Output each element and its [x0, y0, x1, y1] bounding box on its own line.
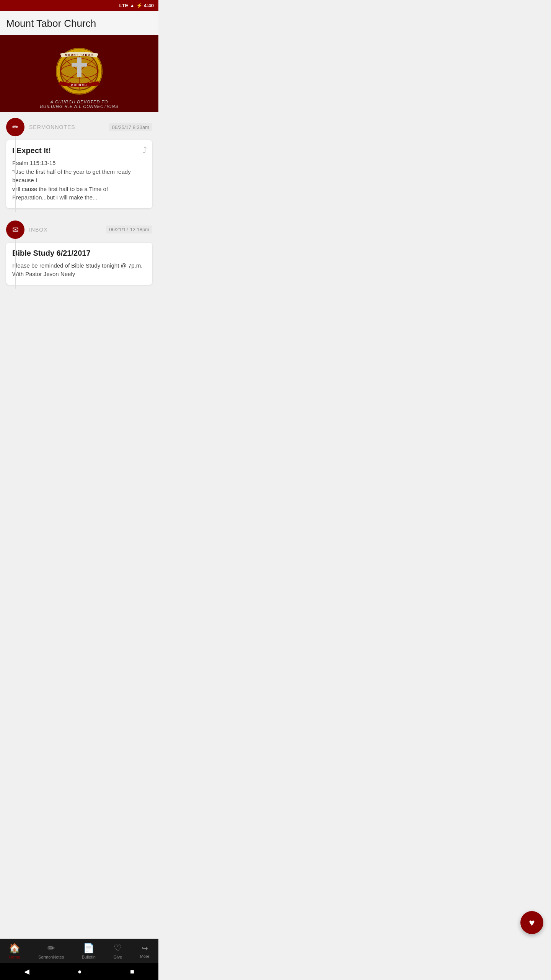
- church-logo: MOUNT TABOR CHURCH: [52, 44, 106, 98]
- feed-container: ✏ SERMONNOTES 06/25/17 8:33am I Expect I…: [0, 112, 158, 337]
- inbox-card[interactable]: Bible Study 6/21/2017 Please be reminded…: [6, 243, 152, 285]
- banner-tagline2: Building R.E.A.L Connections: [40, 104, 118, 109]
- svg-rect-9: [72, 63, 87, 67]
- status-icons: LTE ▲ ⚡ 4:40: [119, 3, 154, 8]
- inbox-label: INBOX: [29, 227, 48, 233]
- inbox-icon: ✉: [6, 220, 24, 239]
- share-icon[interactable]: ⤴: [143, 145, 147, 155]
- clock: 4:40: [144, 3, 154, 8]
- page-title: Mount Tabor Church: [6, 18, 152, 29]
- feed-item-inbox: ✉ INBOX 06/21/17 12:18pm Bible Study 6/2…: [0, 214, 158, 285]
- status-bar: LTE ▲ ⚡ 4:40: [0, 0, 158, 11]
- sermon-timestamp: 06/25/17 8:33am: [109, 123, 152, 131]
- svg-text:CHURCH: CHURCH: [71, 84, 87, 87]
- sermon-label: SERMONNOTES: [29, 124, 75, 130]
- church-banner: MOUNT TABOR CHURCH A Church Devoted To B…: [0, 35, 158, 112]
- inbox-card-body: Please be reminded of Bible Study tonigh…: [12, 261, 146, 279]
- sermon-card-body: Psalm 115:13-15"Use the first half of th…: [12, 159, 146, 202]
- svg-text:MOUNT TABOR: MOUNT TABOR: [65, 54, 93, 56]
- feed-header-sermon: ✏ SERMONNOTES 06/25/17 8:33am: [6, 118, 152, 136]
- feed-item-sermon: ✏ SERMONNOTES 06/25/17 8:33am I Expect I…: [0, 112, 158, 208]
- timeline-line-2: [15, 239, 16, 289]
- timeline-line-1: [15, 136, 16, 212]
- envelope-icon: ✉: [12, 225, 19, 234]
- pencil-icon: ✏: [12, 122, 19, 132]
- feed-meta-inbox: INBOX 06/21/17 12:18pm: [29, 225, 152, 234]
- app-header: Mount Tabor Church: [0, 11, 158, 35]
- signal-icon: ▲: [130, 3, 135, 8]
- inbox-timestamp: 06/21/17 12:18pm: [106, 225, 152, 234]
- banner-tagline1: A Church Devoted To: [40, 100, 118, 104]
- battery-icon: ⚡: [136, 3, 142, 8]
- svg-rect-8: [77, 57, 82, 77]
- feed-meta-sermon: SERMONNOTES 06/25/17 8:33am: [29, 123, 152, 131]
- sermon-icon: ✏: [6, 118, 24, 136]
- network-indicator: LTE: [119, 3, 129, 8]
- logo-container: MOUNT TABOR CHURCH A Church Devoted To B…: [40, 37, 118, 110]
- sermon-card[interactable]: I Expect It! Psalm 115:13-15"Use the fir…: [6, 140, 152, 208]
- feed-header-inbox: ✉ INBOX 06/21/17 12:18pm: [6, 220, 152, 239]
- inbox-card-title: Bible Study 6/21/2017: [12, 249, 146, 258]
- sermon-card-title: I Expect It!: [12, 146, 146, 155]
